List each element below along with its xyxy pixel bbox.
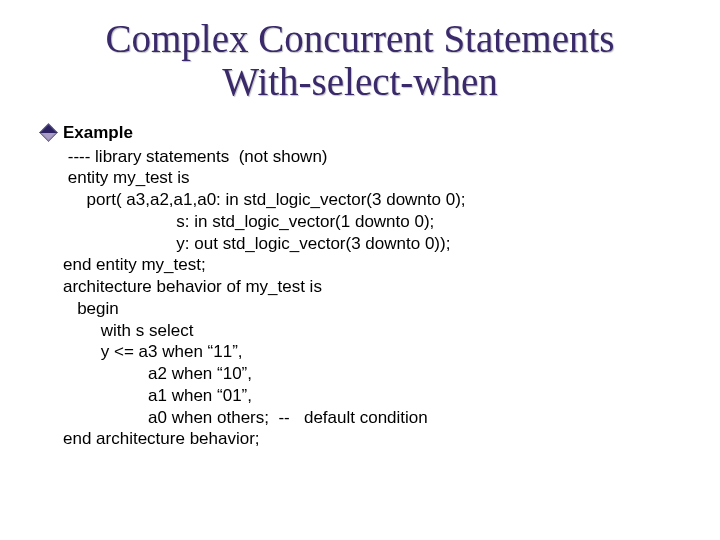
code-line: end entity my_test; — [63, 255, 206, 274]
slide-title: Complex Concurrent Statements With-selec… — [30, 18, 690, 104]
title-line-2: With-select-when — [222, 60, 498, 103]
code-line: begin — [63, 299, 119, 318]
code-line: ---- library statements (not shown) — [63, 147, 328, 166]
code-line: a1 when “01”, — [63, 386, 252, 405]
example-label: Example — [63, 122, 133, 144]
code-line: a2 when “10”, — [63, 364, 252, 383]
code-line: y: out std_logic_vector(3 downto 0)); — [63, 234, 450, 253]
slide-body: Example ---- library statements (not sho… — [30, 122, 690, 450]
diamond-bullet-icon — [39, 123, 57, 141]
code-line: port( a3,a2,a1,a0: in std_logic_vector(3… — [63, 190, 466, 209]
title-line-1: Complex Concurrent Statements — [105, 17, 614, 60]
bullet-row: Example — [42, 122, 690, 144]
code-line: entity my_test is — [63, 168, 190, 187]
code-line: a0 when others; -- default condition — [63, 408, 428, 427]
code-line: architecture behavior of my_test is — [63, 277, 322, 296]
code-block: ---- library statements (not shown) enti… — [63, 146, 690, 451]
code-line: s: in std_logic_vector(1 downto 0); — [63, 212, 434, 231]
code-line: end architecture behavior; — [63, 429, 260, 448]
code-line: with s select — [63, 321, 193, 340]
code-line: y <= a3 when “11”, — [63, 342, 243, 361]
slide: Complex Concurrent Statements With-selec… — [0, 0, 720, 540]
